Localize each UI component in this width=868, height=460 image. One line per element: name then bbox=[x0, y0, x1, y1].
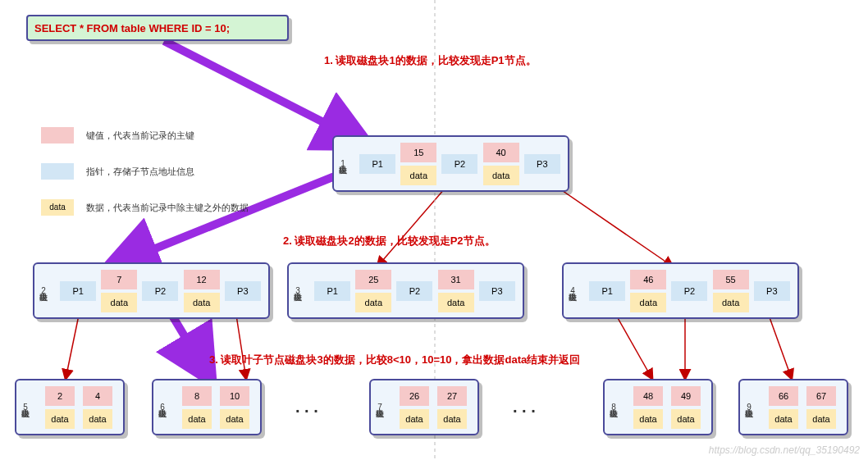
b1-d2: data bbox=[483, 166, 519, 185]
b9-d1: data bbox=[769, 409, 798, 429]
swatch-pointer bbox=[41, 163, 74, 180]
b4-d2: data bbox=[713, 293, 749, 312]
block1-label: 磁盘块1 bbox=[334, 137, 352, 190]
b1-k1: 15 bbox=[400, 143, 436, 162]
block7-label: 磁盘块7 bbox=[371, 380, 389, 434]
b6-k2: 10 bbox=[220, 386, 249, 406]
sql-text: SELECT * FROM table WHERE ID = 10; bbox=[34, 22, 230, 34]
b4-p3: P3 bbox=[754, 281, 790, 301]
legend: 键值，代表当前记录的主键 指针，存储子节点地址信息 data 数据，代表当前记录… bbox=[41, 127, 271, 235]
b2-p1: P1 bbox=[60, 281, 96, 301]
b5-k2: 4 bbox=[83, 386, 112, 406]
b8-k2: 49 bbox=[671, 386, 701, 406]
legend-pointer: 指针，存储子节点地址信息 bbox=[41, 163, 271, 180]
b5-d1: data bbox=[45, 409, 75, 429]
b6-d1: data bbox=[182, 409, 212, 429]
b4-p2: P2 bbox=[671, 281, 707, 301]
legend-pointer-label: 指针，存储子节点地址信息 bbox=[86, 166, 194, 178]
b2-p2: P2 bbox=[142, 281, 178, 301]
b7-k1: 26 bbox=[400, 386, 429, 406]
ellipsis-2: . . . bbox=[513, 398, 536, 417]
b3-p3: P3 bbox=[479, 281, 515, 301]
b8-d2: data bbox=[671, 409, 701, 429]
annotation-step3: 3. 读取叶子节点磁盘块3的数据，比较8<10，10=10，拿出数据data结束… bbox=[209, 353, 580, 367]
disk-block-1: 磁盘块1 P1 15 data P2 40 data P3 bbox=[332, 135, 569, 192]
b4-k1: 46 bbox=[630, 270, 666, 289]
b8-k1: 48 bbox=[633, 386, 663, 406]
block9-label: 磁盘块9 bbox=[740, 380, 758, 434]
b3-p1: P1 bbox=[314, 281, 350, 301]
block3-label: 磁盘块3 bbox=[289, 264, 307, 317]
b9-d2: data bbox=[806, 409, 836, 429]
b2-d1: data bbox=[101, 293, 137, 312]
b3-p2: P2 bbox=[396, 281, 432, 301]
b6-k1: 8 bbox=[182, 386, 212, 406]
swatch-key bbox=[41, 127, 74, 143]
swatch-data: data bbox=[41, 199, 74, 216]
b6-d2: data bbox=[220, 409, 249, 429]
b3-d2: data bbox=[438, 293, 474, 312]
b3-k1: 25 bbox=[355, 270, 391, 289]
disk-block-2: 磁盘块2 P1 7 data P2 12 data P3 bbox=[33, 262, 270, 319]
sql-query-box: SELECT * FROM table WHERE ID = 10; bbox=[26, 15, 289, 41]
b4-d1: data bbox=[630, 293, 666, 312]
block8-label: 磁盘块8 bbox=[605, 380, 623, 434]
disk-block-9: 磁盘块9 66 data 67 data bbox=[738, 379, 848, 435]
b2-d2: data bbox=[184, 293, 220, 312]
b1-d1: data bbox=[400, 166, 436, 185]
disk-block-6: 磁盘块6 8 data 10 data bbox=[152, 379, 262, 435]
legend-data-label: 数据，代表当前记录中除主键之外的数据 bbox=[86, 202, 249, 214]
b9-k1: 66 bbox=[769, 386, 798, 406]
annotation-step1: 1. 读取磁盘块1的数据，比较发现走P1节点。 bbox=[324, 53, 537, 68]
b7-d2: data bbox=[437, 409, 467, 429]
b1-p2: P2 bbox=[441, 154, 477, 174]
diagram-canvas: SELECT * FROM table WHERE ID = 10; 键值，代表… bbox=[0, 0, 868, 460]
block6-label: 磁盘块6 bbox=[153, 380, 171, 434]
b1-p1: P1 bbox=[359, 154, 395, 174]
b2-k1: 7 bbox=[101, 270, 137, 289]
annotation-step2: 2. 读取磁盘块2的数据，比较发现走P2节点。 bbox=[283, 234, 496, 248]
b5-k1: 2 bbox=[45, 386, 75, 406]
b2-p3: P3 bbox=[225, 281, 261, 301]
b4-k2: 55 bbox=[713, 270, 749, 289]
b2-k2: 12 bbox=[184, 270, 220, 289]
b4-p1: P1 bbox=[589, 281, 625, 301]
b1-p3: P3 bbox=[524, 154, 560, 174]
disk-block-7: 磁盘块7 26 data 27 data bbox=[369, 379, 479, 435]
legend-key-label: 键值，代表当前记录的主键 bbox=[86, 130, 194, 142]
b7-k2: 27 bbox=[437, 386, 467, 406]
watermark: https://blog.csdn.net/qq_35190492 bbox=[709, 444, 860, 456]
block2-label: 磁盘块2 bbox=[34, 264, 53, 317]
disk-block-5: 磁盘块5 2 data 4 data bbox=[15, 379, 125, 435]
block4-label: 磁盘块4 bbox=[564, 264, 582, 317]
b5-d2: data bbox=[83, 409, 112, 429]
disk-block-8: 磁盘块8 48 data 49 data bbox=[603, 379, 713, 435]
legend-key: 键值，代表当前记录的主键 bbox=[41, 127, 271, 143]
ellipsis-1: . . . bbox=[295, 398, 318, 417]
legend-data: data 数据，代表当前记录中除主键之外的数据 bbox=[41, 199, 271, 216]
disk-block-3: 磁盘块3 P1 25 data P2 31 data P3 bbox=[287, 262, 524, 319]
block5-label: 磁盘块5 bbox=[16, 380, 34, 434]
b8-d1: data bbox=[633, 409, 663, 429]
b3-k2: 31 bbox=[438, 270, 474, 289]
b7-d1: data bbox=[400, 409, 429, 429]
b3-d1: data bbox=[355, 293, 391, 312]
b9-k2: 67 bbox=[806, 386, 836, 406]
b1-k2: 40 bbox=[483, 143, 519, 162]
disk-block-4: 磁盘块4 P1 46 data P2 55 data P3 bbox=[562, 262, 799, 319]
